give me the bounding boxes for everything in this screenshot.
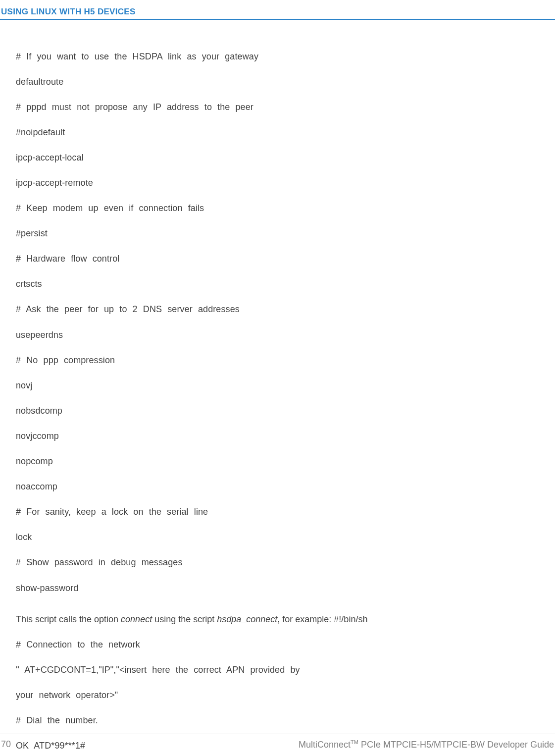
code-line: usepeerdns bbox=[16, 329, 539, 342]
code-line: defaultroute bbox=[16, 76, 539, 89]
italic-hsdpa: hsdpa_connect bbox=[217, 614, 277, 624]
code-line: # For sanity, keep a lock on the serial … bbox=[16, 506, 539, 519]
paragraph-script-call: This script calls the option connect usi… bbox=[16, 613, 539, 626]
code-line: #noipdefault bbox=[16, 126, 539, 139]
code-line: # Show password in debug messages bbox=[16, 556, 539, 569]
code-line: lock bbox=[16, 531, 539, 544]
code-line: show-password bbox=[16, 582, 539, 595]
code-line: nopcomp bbox=[16, 455, 539, 468]
footer-text-pre: MultiConnect bbox=[299, 740, 351, 750]
code-line: # Hardware flow control bbox=[16, 253, 539, 266]
code-block-1: # If you want to use the HSDPA link as y… bbox=[16, 38, 539, 607]
footer-page-number: 70 bbox=[0, 739, 11, 750]
code-line: # Dial the number. bbox=[16, 714, 539, 727]
page-footer: 70 MultiConnectTM PCIe MTPCIE-H5/MTPCIE-… bbox=[0, 734, 555, 750]
code-line: ipcp-accept-local bbox=[16, 152, 539, 164]
code-line: # Ask the peer for up to 2 DNS server ad… bbox=[16, 303, 539, 316]
footer-doc-title: MultiConnectTM PCIe MTPCIE-H5/MTPCIE-BW … bbox=[299, 739, 555, 750]
code-line: # Keep modem up even if connection fails bbox=[16, 202, 539, 215]
code-line: #persist bbox=[16, 227, 539, 240]
text: , for example: #!/bin/sh bbox=[277, 614, 367, 624]
header-title: USING LINUX WITH H5 DEVICES bbox=[0, 7, 555, 17]
code-line: crtscts bbox=[16, 278, 539, 291]
code-line: # pppd must not propose any IP address t… bbox=[16, 101, 539, 114]
code-line: nobsdcomp bbox=[16, 405, 539, 418]
code-line: novj bbox=[16, 379, 539, 392]
code-line: ipcp-accept-remote bbox=[16, 177, 539, 190]
text: using the script bbox=[152, 614, 217, 624]
code-line: # If you want to use the HSDPA link as y… bbox=[16, 51, 539, 63]
footer-text-post: PCIe MTPCIE-H5/MTPCIE-BW Developer Guide bbox=[358, 740, 554, 750]
code-line: # No ppp compression bbox=[16, 354, 539, 367]
text: This script calls the option bbox=[16, 614, 121, 624]
code-line: # Connection to the network bbox=[16, 639, 539, 651]
code-line: '' AT+CGDCONT=1,"IP","<insert here the c… bbox=[16, 664, 539, 677]
italic-connect: connect bbox=[121, 614, 152, 624]
page-header: USING LINUX WITH H5 DEVICES bbox=[0, 0, 555, 20]
page-content: # If you want to use the HSDPA link as y… bbox=[0, 38, 555, 756]
footer-tm: TM bbox=[351, 739, 358, 745]
code-line: your network operator>" bbox=[16, 689, 539, 702]
code-line: noaccomp bbox=[16, 481, 539, 493]
code-line: novjccomp bbox=[16, 430, 539, 443]
